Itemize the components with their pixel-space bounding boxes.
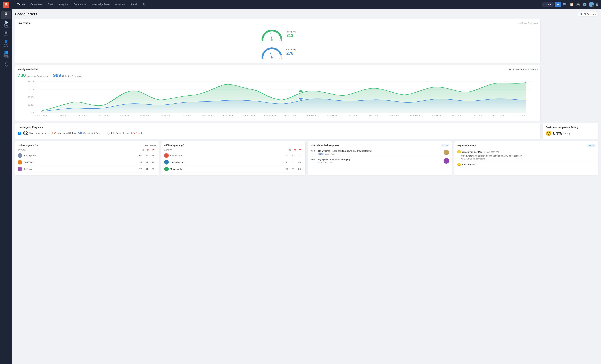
nav-customers[interactable]: Customers	[28, 2, 45, 7]
thread-lines-icon: ≡	[311, 150, 312, 152]
svg-text:3AM: 3AM	[98, 115, 108, 116]
agent-name: Mayra Walker	[170, 168, 284, 170]
live-traffic-header: Live Traffic Last 1 hour Responses	[18, 22, 538, 24]
top25-badge: Top 25	[441, 144, 449, 147]
bandwidth-card: Hourly Bandwidth All Channels Last 24 Ho…	[15, 65, 540, 121]
offline-agents-header: Offline Agents (5)	[164, 144, 303, 147]
gamepad-button[interactable]: 🎮	[576, 2, 581, 7]
sidebar-bottom: →	[3, 355, 9, 362]
search-button[interactable]: 🔍	[562, 2, 568, 7]
green-dot	[298, 90, 304, 92]
time-filter[interactable]: Last 24 Hours	[523, 68, 538, 71]
svg-text:6AM: 6AM	[160, 115, 170, 116]
outgoing-gauge-label: Outgoing	[286, 48, 296, 51]
sidebar-item-views[interactable]: ☰ Views	[1, 30, 11, 38]
svg-point-39	[271, 57, 273, 59]
outgoing-gauge-svg: 0 400	[260, 44, 284, 59]
sidebar-collapse-btn[interactable]: →	[3, 355, 9, 362]
overdue-stat: 16 Overdue	[130, 131, 144, 135]
svg-text:12PM: 12PM	[284, 115, 297, 116]
unassigned-card: Unassigned Requests 👥 62 Total Unassigne…	[15, 123, 540, 139]
open-count: 50	[78, 131, 82, 135]
svg-text:3PM: 3PM	[348, 115, 358, 116]
incoming-count: 780	[18, 73, 26, 78]
svg-text:9PM: 9PM	[472, 115, 482, 116]
thread-count-value: 08	[312, 158, 315, 161]
most-threaded-header: Most Threaded Requests Top 25	[311, 144, 449, 147]
neg-user-name: James van der Meer	[462, 151, 483, 153]
avatar	[164, 160, 169, 165]
agent-name: Star Truman	[170, 154, 284, 157]
sidebar-label-tags: Tags	[4, 65, 8, 67]
nav-more-icon[interactable]: ···	[148, 2, 154, 8]
sidebar-item-agent-queue[interactable]: 👤 Agent Queue	[1, 39, 11, 49]
svg-text:10PM: 10PM	[492, 115, 505, 116]
zpad-label: zPad	[544, 3, 550, 6]
sidebar-item-hq[interactable]: ⊞ HQ	[1, 10, 11, 19]
ticket-number: #2382	[318, 161, 323, 164]
sidebar-label-hq: HQ	[5, 16, 8, 18]
agents-filter-dropdown[interactable]: 👤 All Agents ▾	[578, 12, 598, 16]
svg-text:11AM: 11AM	[263, 115, 276, 116]
svg-line-34	[270, 33, 272, 40]
sidebar-item-team-feeds[interactable]: 📡 Team Feeds	[1, 19, 11, 30]
negative-ratings-card: Negative Ratings Last 25 😞 James van der…	[454, 141, 598, 175]
agent-stat-1: 72	[284, 168, 290, 170]
outgoing-gauge-value: 276	[286, 51, 296, 56]
onhold-count: 12	[52, 131, 56, 135]
thread-lines-icon: ≡	[311, 158, 312, 161]
tags-icon: 🏷	[4, 61, 8, 64]
outgoing-gauge-row: 0 400 Outgoing 276	[18, 44, 538, 60]
overdue-count: 16	[130, 131, 135, 135]
app-logo[interactable]	[3, 2, 9, 8]
incoming-gauge-info: Incoming 312	[286, 30, 296, 38]
thread-meta: #2382 · Havana	[318, 161, 442, 164]
nav-chat[interactable]: Chat	[45, 2, 55, 7]
agent-stat-3: 06	[150, 168, 156, 170]
thread-count: ≡ 12	[311, 150, 317, 152]
nav-community[interactable]: Community	[71, 2, 88, 7]
nav-tickets[interactable]: Tickets	[15, 2, 27, 7]
agent-stat-3: 0	[296, 154, 303, 157]
table-row: Yod Agbaria 97 32 0	[18, 152, 156, 159]
nav-activities[interactable]: Activities	[113, 2, 127, 7]
due-stat: 🕐 11 Due in 1 hour	[107, 131, 129, 135]
arrow-right-icon: ›	[48, 132, 50, 135]
sidebar-item-tags[interactable]: 🏷 Tags	[1, 59, 11, 68]
user-avatar[interactable]	[589, 2, 594, 7]
bandwidth-header: Hourly Bandwidth All Channels Last 24 Ho…	[18, 68, 538, 71]
happiness-label: Happy	[563, 132, 570, 135]
gauge-section: 0 400 Incoming 312	[18, 26, 538, 60]
thread-meta: #9282 · Sarah Paul	[318, 153, 442, 155]
svg-text:10AM: 10AM	[242, 115, 255, 116]
add-button[interactable]: + ▾	[555, 2, 561, 7]
agents-chevron-icon: ▾	[595, 13, 596, 15]
sidebar-item-team-queue[interactable]: 👥 Team Queue	[1, 49, 11, 59]
agents-filter-label: All Agents	[584, 13, 594, 15]
main-area: Tickets Customers Chat Analytics Communi…	[12, 0, 601, 364]
add-icon: +	[557, 3, 558, 6]
clock-col-icon: ⏰	[146, 149, 151, 151]
agent-stat-1: 96	[138, 161, 144, 164]
nav-im[interactable]: IM	[140, 2, 148, 7]
offline-agents-card: Offline Agents (5) AGENTS 🏷 ⏰ 🚩 Star Tru…	[161, 141, 306, 175]
channel-filter[interactable]: All Channels	[509, 68, 522, 71]
zpad-button[interactable]: zPad ▾	[542, 2, 553, 7]
online-agents-filter[interactable]: All Channels	[144, 144, 156, 147]
app-grid-icon[interactable]: ⊞	[596, 3, 598, 6]
add-chevron-icon: ▾	[558, 3, 559, 6]
nav-social[interactable]: Social	[128, 2, 139, 7]
bookmark-button[interactable]: 📋	[569, 2, 574, 7]
unassigned-stats: 👥 62 Total Unassigned › 12 Unassigned On…	[18, 130, 538, 136]
svg-text:5AM: 5AM	[140, 115, 150, 116]
agent-stat-2: 91	[290, 168, 296, 170]
svg-point-35	[271, 39, 273, 41]
online-agents-card: Online Agents (7) All Channels AGENTS 🏷 …	[15, 141, 159, 175]
list-item: ≡ 12 Hi! My zPad Keeps shutting down. I'…	[311, 148, 449, 157]
agent-stat-3: 0	[150, 154, 156, 157]
nav-knowledge-base[interactable]: Knowledge Base	[89, 2, 112, 7]
nav-analytics[interactable]: Analytics	[56, 2, 70, 7]
incoming-gauge-label: Incoming	[286, 30, 296, 33]
settings-button[interactable]: ⚙️	[582, 2, 587, 7]
avatar	[18, 167, 22, 171]
